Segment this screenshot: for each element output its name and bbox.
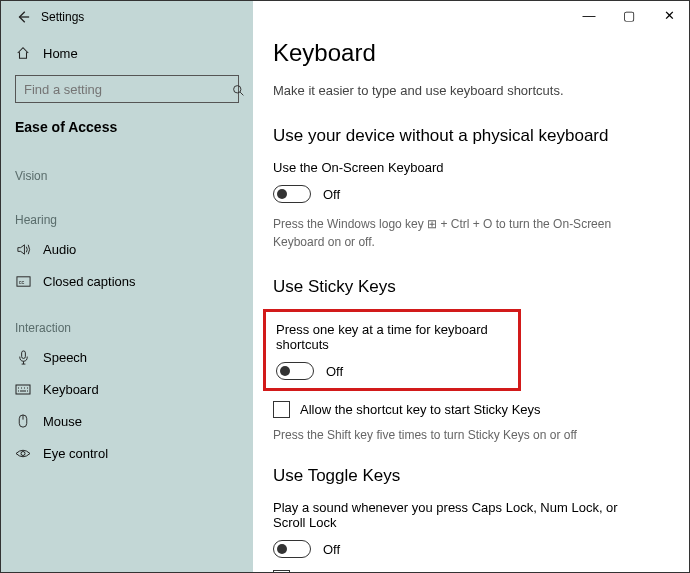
sidebar-item-speech[interactable]: Speech: [1, 341, 253, 373]
toggle-keys-toggle[interactable]: [273, 540, 311, 558]
sticky-keys-shortcut-checkbox[interactable]: [273, 401, 290, 418]
closed-captions-icon: cc: [15, 275, 31, 288]
keyboard-label: Keyboard: [43, 382, 99, 397]
search-icon: [232, 84, 245, 100]
sidebar-item-closed-captions[interactable]: cc Closed captions: [1, 265, 253, 297]
closed-captions-label: Closed captions: [43, 274, 136, 289]
sticky-keys-label: Press one key at a time for keyboard sho…: [276, 322, 508, 352]
group-interaction: Interaction: [1, 297, 253, 341]
home-label: Home: [43, 46, 78, 61]
onscreen-keyboard-label: Use the On-Screen Keyboard: [273, 160, 653, 175]
home-icon: [15, 46, 31, 60]
audio-icon: [15, 242, 31, 257]
toggle-keys-shortcut-checkbox[interactable]: [273, 570, 290, 572]
sidebar: Settings Home Ease of Access Vision Hear…: [1, 1, 253, 572]
mouse-icon: [15, 414, 31, 429]
svg-rect-4: [16, 385, 30, 394]
sticky-keys-state: Off: [326, 364, 343, 379]
toggle-keys-shortcut-label: Allow the shortcut key to start Toggle K…: [300, 571, 544, 572]
onscreen-keyboard-hint: Press the Windows logo key ⊞ + Ctrl + O …: [273, 215, 653, 251]
audio-label: Audio: [43, 242, 76, 257]
page-subtitle: Make it easier to type and use keyboard …: [273, 83, 653, 98]
toggle-keys-state: Off: [323, 542, 340, 557]
category-heading: Ease of Access: [1, 115, 253, 145]
back-button[interactable]: [9, 3, 37, 31]
svg-text:cc: cc: [18, 278, 24, 284]
mouse-label: Mouse: [43, 414, 82, 429]
speech-label: Speech: [43, 350, 87, 365]
onscreen-keyboard-toggle[interactable]: [273, 185, 311, 203]
sidebar-item-mouse[interactable]: Mouse: [1, 405, 253, 437]
microphone-icon: [15, 350, 31, 365]
highlight-box: Press one key at a time for keyboard sho…: [263, 309, 521, 391]
eye-control-label: Eye control: [43, 446, 108, 461]
section-toggle-keys-heading: Use Toggle Keys: [273, 466, 653, 486]
sticky-keys-shortcut-label: Allow the shortcut key to start Sticky K…: [300, 402, 541, 417]
search-input[interactable]: [15, 75, 239, 103]
group-vision: Vision: [1, 145, 253, 189]
onscreen-keyboard-state: Off: [323, 187, 340, 202]
svg-point-6: [21, 451, 25, 455]
content-pane: Keyboard Make it easier to type and use …: [253, 1, 689, 572]
toggle-keys-label: Play a sound whenever you press Caps Loc…: [273, 500, 653, 530]
section-sticky-keys-heading: Use Sticky Keys: [273, 277, 653, 297]
eye-icon: [15, 448, 31, 459]
sidebar-item-home[interactable]: Home: [1, 37, 253, 69]
sticky-keys-toggle[interactable]: [276, 362, 314, 380]
sticky-keys-hint: Press the Shift key five times to turn S…: [273, 426, 653, 444]
sidebar-item-eye-control[interactable]: Eye control: [1, 437, 253, 469]
section-physical-keyboard-heading: Use your device without a physical keybo…: [273, 126, 653, 146]
app-title: Settings: [37, 10, 84, 24]
page-title: Keyboard: [273, 39, 653, 67]
sidebar-item-audio[interactable]: Audio: [1, 233, 253, 265]
keyboard-icon: [15, 384, 31, 395]
group-hearing: Hearing: [1, 189, 253, 233]
svg-point-0: [234, 86, 241, 93]
svg-rect-3: [21, 350, 25, 358]
sidebar-item-keyboard[interactable]: Keyboard: [1, 373, 253, 405]
